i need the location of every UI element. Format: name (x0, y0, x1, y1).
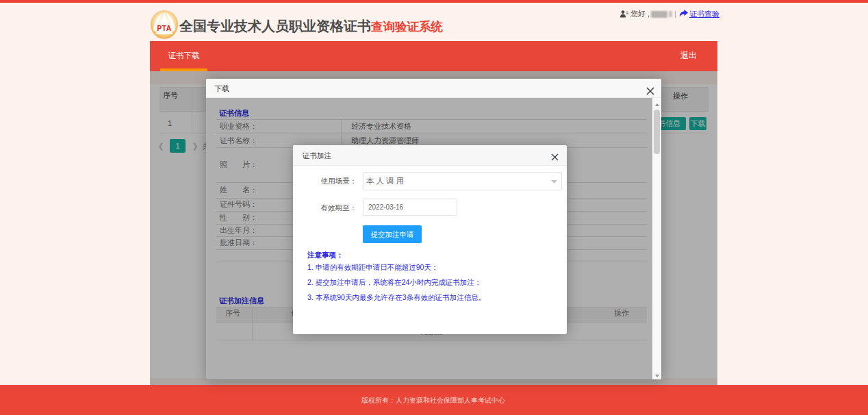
svg-text:PTA: PTA (157, 25, 171, 32)
